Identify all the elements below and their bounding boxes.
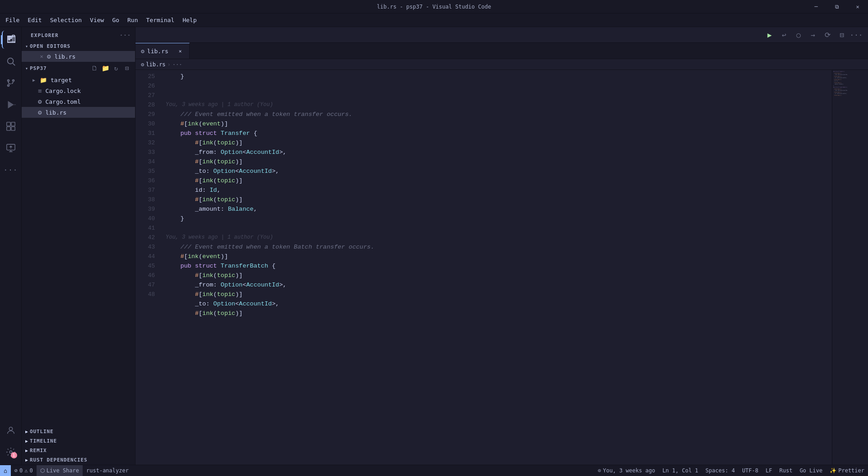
tree-name-target: target (51, 77, 131, 83)
activity-search[interactable] (2, 52, 20, 70)
tab-close-lib-rs[interactable]: ✕ (177, 47, 184, 55)
tab-icon-lib-rs: ⚙ (141, 48, 145, 55)
extensions-icon (6, 121, 16, 131)
close-button[interactable]: ✕ (847, 0, 868, 14)
line-num-46: 46 (135, 271, 155, 280)
code-line-39: } (160, 214, 832, 223)
activity-extensions[interactable] (2, 117, 20, 135)
rust-deps-header[interactable]: ▶ Rust Dependencies (22, 455, 135, 465)
outline-header[interactable]: ▶ Outline (22, 427, 135, 436)
line-num-30: 30 (135, 119, 155, 129)
tab-name-lib-rs: lib.rs (147, 48, 174, 55)
activity-more[interactable]: ··· (2, 161, 20, 179)
close-file-icon[interactable]: ✕ (38, 53, 45, 60)
title-bar: lib.rs - psp37 - Visual Studio Code ─ ⧉ … (0, 0, 868, 14)
tree-item-lib-rs[interactable]: ⚙ lib.rs (22, 107, 135, 118)
step-back-button[interactable]: ↩ (778, 28, 790, 41)
menu-file[interactable]: File (2, 16, 23, 24)
line-num-36: 36 (135, 176, 155, 185)
code-line-44: #[ink(topic)] (160, 271, 832, 280)
tree-item-cargo-toml[interactable]: ⚙ Cargo.toml (22, 96, 135, 107)
project-header[interactable]: ▾ PSP37 🗋 📁 ↻ ⊟ (22, 62, 135, 74)
code-editor[interactable]: 25 26 27 28 29 30 31 32 33 34 35 36 37 3… (135, 70, 868, 465)
status-rust-analyzer[interactable]: rust-analyzer (83, 465, 132, 476)
tree-name-cargo-lock: Cargo.lock (45, 88, 131, 94)
sidebar-more-button[interactable]: ··· (121, 31, 130, 40)
activity-run-debug[interactable] (2, 96, 20, 114)
svg-line-5 (13, 63, 15, 65)
line-num-32: 32 (135, 138, 155, 148)
timeline-header[interactable]: ▶ Timeline (22, 436, 135, 446)
remote-explorer-icon (6, 143, 16, 153)
status-spaces[interactable]: Spaces: 4 (702, 467, 738, 474)
svg-point-6 (7, 80, 9, 82)
status-golive[interactable]: Go Live (796, 467, 826, 474)
minimize-button[interactable]: ─ (806, 0, 826, 14)
svg-rect-3 (11, 37, 14, 42)
split-editor-button[interactable]: ⊟ (835, 28, 848, 41)
menu-view[interactable]: View (86, 16, 107, 24)
activity-remote[interactable] (2, 139, 20, 157)
status-prettier[interactable]: ✨ Prettier (826, 467, 868, 474)
new-folder-button[interactable]: 📁 (101, 64, 110, 73)
window-title: lib.rs - psp37 - Visual Studio Code (377, 4, 491, 10)
menu-edit[interactable]: Edit (24, 16, 45, 24)
status-language[interactable]: Rust (776, 467, 796, 474)
activity-explorer[interactable] (2, 31, 20, 49)
remix-header[interactable]: ▶ Remix (22, 446, 135, 455)
new-file-button[interactable]: 🗋 (90, 64, 99, 73)
code-line-32: _from: Option<AccountId>, (160, 148, 832, 157)
step-forward-button[interactable]: → (807, 28, 819, 41)
status-position[interactable]: Ln 1, Col 1 (659, 467, 702, 474)
file-icon-cargo-lock: ≡ (38, 87, 42, 94)
remix-toggle: ▶ (25, 448, 28, 453)
search-icon (6, 56, 16, 66)
status-liveshare[interactable]: ⬡ Live Share (37, 465, 83, 476)
activity-settings[interactable]: 1 (2, 443, 20, 461)
tree-item-target[interactable]: ▶ 📁 target (22, 74, 135, 85)
breakpoint-button[interactable]: ○ (792, 28, 805, 41)
open-editor-lib-rs[interactable]: ✕ ⚙ lib.rs (22, 51, 135, 62)
menu-selection[interactable]: Selection (47, 16, 85, 24)
tree-item-cargo-lock[interactable]: ≡ Cargo.lock (22, 85, 135, 96)
status-git-blame[interactable]: ⊙ You, 3 weeks ago (594, 467, 659, 474)
run-button[interactable]: ▶ (763, 28, 776, 41)
blame-28: You, 3 weeks ago | 1 author (You) (160, 100, 832, 110)
code-content[interactable]: } You, 3 weeks ago | 1 author (You) /// … (160, 70, 832, 465)
status-remote[interactable]: ⌂ (0, 465, 11, 476)
line-num-44: 44 (135, 252, 155, 261)
project-toggle: ▾ (25, 66, 28, 71)
code-line-34: _to: Option<AccountId>, (160, 166, 832, 176)
outline-label: Outline (30, 429, 54, 434)
collapse-button[interactable]: ⊟ (122, 64, 131, 73)
status-eol[interactable]: LF (762, 467, 775, 474)
svg-rect-10 (6, 122, 10, 126)
breadcrumb: ⚙ lib.rs › ··· (135, 59, 868, 70)
menu-go[interactable]: Go (108, 16, 123, 24)
status-encoding[interactable]: UTF-8 (738, 467, 762, 474)
refresh-button[interactable]: ↻ (112, 64, 121, 73)
restart-button[interactable]: ⟳ (821, 28, 834, 41)
more-actions-button[interactable]: ··· (850, 28, 863, 41)
tab-lib-rs[interactable]: ⚙ lib.rs ✕ (135, 43, 190, 59)
menu-run[interactable]: Run (124, 16, 141, 24)
status-errors[interactable]: ⊘ 0 ⚠ 0 (11, 465, 37, 476)
line-num-43: 43 (135, 242, 155, 252)
file-name-lib-rs: lib.rs (54, 53, 131, 60)
line-num-41: 41 (135, 223, 155, 233)
liveshare-text: Live Share (47, 467, 79, 474)
restore-button[interactable]: ⧉ (826, 0, 847, 14)
line-num-48: 48 (135, 290, 155, 299)
activity-bar: ··· 1 (0, 27, 22, 465)
breadcrumb-sep: › (168, 61, 171, 68)
line-num-39: 39 (135, 204, 155, 214)
open-editors-header[interactable]: ▾ Open Editors (22, 42, 135, 51)
tree-arrow-target: ▶ (33, 78, 38, 83)
menu-terminal[interactable]: Terminal (143, 16, 178, 24)
activity-accounts[interactable] (2, 421, 20, 439)
menu-help[interactable]: Help (179, 16, 200, 24)
code-line-38: _amount: Balance, (160, 204, 832, 214)
activity-source-control[interactable] (2, 74, 20, 92)
breadcrumb-file[interactable]: lib.rs (146, 61, 165, 68)
breadcrumb-more[interactable]: ··· (173, 61, 182, 68)
